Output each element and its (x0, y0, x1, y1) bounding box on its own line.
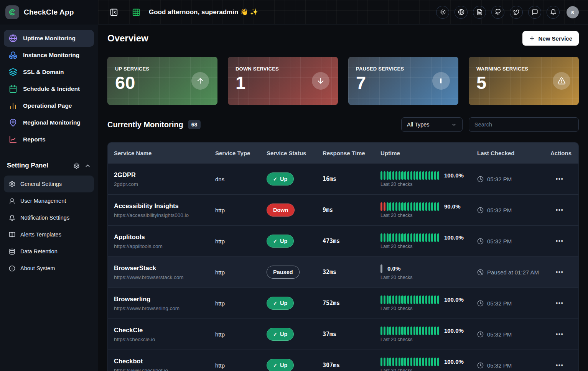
settings-item-user-management[interactable]: User Management (4, 192, 94, 209)
table-row[interactable]: Browserling https://www.browserling.com … (108, 287, 578, 318)
uptime-bar-up (407, 327, 409, 335)
stat-card-warning-services[interactable]: WARNING SERVICES 5 (469, 57, 579, 105)
uptime-bar-up (413, 171, 415, 180)
sidebar-item-reports[interactable]: Reports (4, 131, 94, 148)
service-name[interactable]: CheckCle (114, 327, 215, 334)
stat-card-down-services[interactable]: DOWN SERVICES 1 (228, 57, 338, 105)
response-time: 752ms (323, 300, 380, 307)
uptime-caption: Last 20 checks (380, 244, 477, 249)
row-actions-button[interactable]: ••• (556, 238, 571, 244)
language-button[interactable] (455, 6, 468, 19)
service-name-cell: Applitools https://applitools.com (114, 233, 215, 249)
uptime-bar-up (395, 202, 397, 211)
service-name[interactable]: BrowserStack (114, 264, 215, 272)
last-checked-cell: 05:32 PM (477, 362, 550, 369)
uptime-bar-up (422, 295, 424, 304)
row-actions-button[interactable]: ••• (556, 176, 571, 182)
status-badge: ✓Up (267, 172, 294, 186)
collapse-sidebar-icon[interactable] (110, 8, 118, 16)
uptime-bar-up (437, 202, 439, 211)
settings-item-data-retention[interactable]: Data Retention (4, 243, 94, 260)
documentation-button[interactable] (473, 6, 486, 19)
stat-card-up-services[interactable]: UP SERVICES 60 (107, 57, 217, 105)
row-actions-button[interactable]: ••• (556, 331, 571, 337)
service-type: http (215, 207, 267, 213)
table-row[interactable]: BrowserStack https://www.browserstack.co… (108, 256, 578, 287)
service-name[interactable]: Browserling (114, 295, 215, 303)
sidebar-item-regional-monitoring[interactable]: Regional Monitoring (4, 114, 94, 131)
row-actions-button[interactable]: ••• (556, 269, 571, 275)
uptime-caption: Last 20 checks (380, 213, 477, 218)
table-row[interactable]: 2GDPR 2gdpr.com dns ✓Up 16ms 100.0% Last… (108, 163, 578, 194)
theme-toggle-button[interactable] (436, 6, 449, 19)
service-name[interactable]: Applitools (114, 233, 215, 241)
topbar-left-icons (110, 8, 140, 16)
settings-item-general-settings[interactable]: General Settings (4, 176, 94, 192)
uptime-bar-up (413, 202, 415, 211)
last-checked-cell: 05:32 PM (477, 207, 550, 213)
sidebar-item-instance-monitoring[interactable]: Instance Monitoring (4, 47, 94, 64)
settings-item-label: General Settings (20, 181, 62, 187)
search-input[interactable] (469, 117, 579, 132)
uptime-bar-up (434, 171, 436, 180)
chevron-up-icon[interactable] (84, 163, 91, 169)
row-actions-button[interactable]: ••• (556, 207, 571, 213)
uptime-bar-up (399, 171, 400, 180)
stat-card-label: DOWN SERVICES (236, 66, 330, 72)
sidebar-item-ssl-domain[interactable]: SSL & Domain (4, 64, 94, 80)
row-actions-button[interactable]: ••• (556, 300, 571, 306)
response-time: 37ms (323, 331, 380, 338)
uptime-bar-up (431, 327, 433, 335)
uptime-bar-up (425, 358, 427, 366)
clock-icon (477, 207, 484, 213)
settings-item-about-system[interactable]: About System (4, 260, 94, 277)
settings-item-notification-settings[interactable]: Notification Settings (4, 209, 94, 226)
status-badge: Down (267, 204, 295, 217)
last-checked-text: 05:32 PM (487, 300, 512, 307)
sidebar-item-schedule-incident[interactable]: Schedule & Incident (4, 80, 94, 97)
new-service-button[interactable]: New Service (522, 31, 579, 46)
service-name[interactable]: Checkbot (114, 358, 215, 365)
service-name-cell: CheckCle https://checkcle.io (114, 327, 215, 342)
notifications-button[interactable] (547, 6, 560, 19)
uptime-bar-up (419, 295, 421, 304)
uptime-bar-up (392, 171, 394, 180)
sidebar-nav: Uptime Monitoring Instance Monitoring SS… (0, 25, 98, 148)
settings-item-alerts-templates[interactable]: Alerts Templates (4, 226, 94, 243)
github-button[interactable] (491, 6, 504, 19)
gear-icon[interactable] (73, 163, 80, 169)
feedback-button[interactable] (528, 6, 541, 19)
table-row[interactable]: CheckCle https://checkcle.io http ✓Up 37… (108, 318, 578, 350)
uptime-bar-up (387, 295, 389, 304)
service-name[interactable]: 2GDPR (114, 171, 215, 179)
settings-item-label: About System (20, 265, 55, 271)
uptime-bar-up (434, 202, 436, 211)
uptime-bar-up (404, 327, 406, 335)
twitter-button[interactable] (510, 6, 523, 19)
bar-chart-icon (9, 102, 17, 110)
uptime-bar-up (407, 171, 409, 180)
row-actions-button[interactable]: ••• (556, 362, 571, 368)
user-avatar[interactable]: s (567, 6, 579, 18)
sidebar-item-uptime-monitoring[interactable]: Uptime Monitoring (4, 30, 94, 47)
sidebar-item-operational-page[interactable]: Operational Page (4, 97, 94, 114)
response-time: 473ms (323, 238, 380, 245)
apps-grid-icon[interactable] (132, 8, 140, 16)
table-row[interactable]: Checkbot https://www.checkbot.io http ✓U… (108, 350, 578, 371)
uptime-bar-up (380, 295, 382, 304)
service-name-cell: Checkbot https://www.checkbot.io (114, 358, 215, 371)
table-row[interactable]: Applitools https://applitools.com http ✓… (108, 225, 578, 256)
stat-card-paused-services[interactable]: PAUSED SERVICES 7 (348, 57, 458, 105)
uptime-bar-up (410, 202, 412, 211)
table-row[interactable]: Accessibility Insights https://accessibi… (108, 194, 578, 225)
uptime-bar-up (431, 295, 433, 304)
uptime-bar-up (428, 171, 430, 180)
uptime-bar-up (410, 358, 412, 366)
actions-cell: ••• (550, 362, 578, 369)
service-name[interactable]: Accessibility Insights (114, 202, 215, 210)
type-filter-dropdown[interactable]: All Types (401, 117, 463, 132)
filters: All Types (401, 117, 579, 132)
status-label: Up (280, 238, 287, 244)
arrow-down-icon (312, 72, 329, 90)
uptime-bar-up (419, 202, 421, 211)
